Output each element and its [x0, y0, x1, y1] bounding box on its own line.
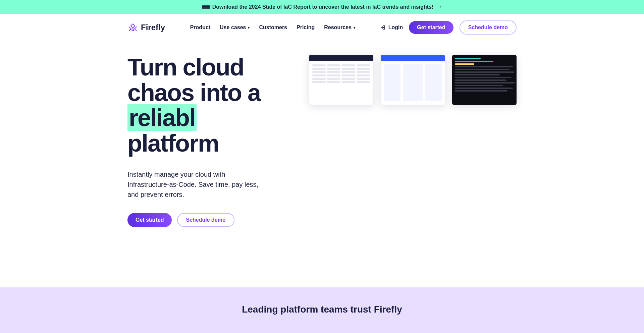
- hero-screenshot-2: [380, 55, 445, 105]
- header-actions: Login Get started Schedule demo: [380, 20, 517, 35]
- hero-get-started-button[interactable]: Get started: [127, 213, 172, 227]
- hero: Turn cloud chaos into a reliabl platform…: [114, 55, 530, 227]
- nav-use-cases-label: Use cases: [220, 24, 246, 31]
- nav-customers[interactable]: Customers: [259, 24, 287, 31]
- hero-screenshot-1: [309, 55, 374, 105]
- brand-logo: ✦: [75, 332, 83, 333]
- news-icon: ≣≣≣: [202, 4, 210, 10]
- brand-logo: ✦: [327, 332, 334, 333]
- chevron-down-icon: ▾: [354, 26, 355, 30]
- banner-text: Download the 2024 State of IaC Report to…: [212, 4, 434, 10]
- nav-use-cases[interactable]: Use cases ▾: [220, 24, 250, 31]
- nav-resources-label: Resources: [324, 24, 352, 31]
- chevron-down-icon: ▾: [248, 26, 250, 30]
- hero-title-highlight: reliabl: [127, 104, 197, 131]
- nav-resources[interactable]: Resources ▾: [324, 24, 355, 31]
- svg-point-0: [132, 29, 134, 31]
- firefly-logo-icon: [127, 22, 138, 33]
- hero-screenshots: [309, 55, 517, 227]
- brand-logo: ✦: [474, 332, 482, 333]
- logo-text: Firefly: [141, 23, 165, 32]
- arrow-right-icon: →: [436, 3, 442, 10]
- hero-title-pre: Turn cloud chaos into a: [127, 54, 260, 106]
- brand-logo: ◆: [630, 332, 637, 333]
- hero-title-post: platform: [127, 130, 219, 157]
- schedule-demo-button[interactable]: Schedule demo: [460, 20, 517, 35]
- hero-screenshot-3: [452, 55, 517, 105]
- trust-heading: Leading platform teams trust Firefly: [0, 304, 644, 315]
- login-link[interactable]: Login: [380, 24, 403, 31]
- logo[interactable]: Firefly: [127, 22, 165, 33]
- brand-logos: • ✦ aqua Artlist ✦ ••• ✦ axis ◆: [0, 332, 644, 333]
- nav-pricing[interactable]: Pricing: [297, 24, 315, 31]
- primary-nav: Product Use cases ▾ Customers Pricing Re…: [190, 24, 355, 31]
- hero-subtitle: Instantly manage your cloud with Infrast…: [127, 169, 268, 200]
- hero-ctas: Get started Schedule demo: [127, 213, 288, 227]
- nav-product[interactable]: Product: [190, 24, 210, 31]
- hero-schedule-demo-button[interactable]: Schedule demo: [177, 213, 234, 227]
- login-icon: [380, 25, 386, 30]
- get-started-button[interactable]: Get started: [409, 21, 453, 34]
- login-label: Login: [388, 24, 403, 31]
- site-header: Firefly Product Use cases ▾ Customers Pr…: [114, 14, 530, 41]
- hero-copy: Turn cloud chaos into a reliabl platform…: [127, 55, 288, 227]
- top-banner[interactable]: ≣≣≣ Download the 2024 State of IaC Repor…: [0, 0, 644, 14]
- hero-title: Turn cloud chaos into a reliabl platform: [127, 55, 288, 156]
- trust-section: Leading platform teams trust Firefly • ✦…: [0, 287, 644, 333]
